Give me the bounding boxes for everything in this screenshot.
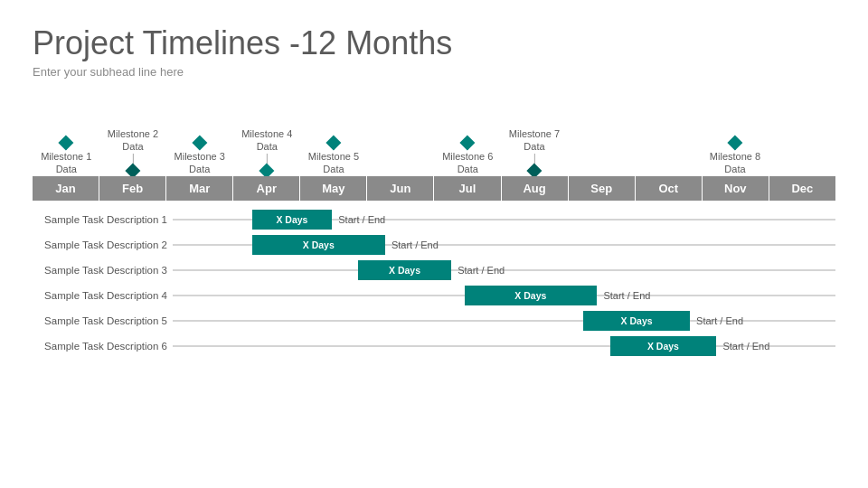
page-title: Project Timelines -12 Months [33, 25, 835, 61]
milestone-label-6: Milestone 6Data [442, 150, 493, 176]
month-cell-apr: Apr [233, 176, 300, 201]
milestone-8: Milestone 8Data [710, 137, 760, 176]
milestone-label-7: Milestone 7Data [509, 127, 560, 154]
task-track-6: X DaysStart / End [173, 336, 835, 356]
milestone-2: Milestone 2Data [108, 127, 158, 176]
milestone-label-8: Milestone 8Data [710, 150, 760, 176]
task-bar-2: X Days [252, 235, 385, 255]
task-bar-1: X Days [252, 210, 332, 230]
month-bar: JanFebMarAprMayJunJulAugSepOctNovDec [33, 176, 835, 201]
task-label-4: Sample Task Description 4 [33, 290, 173, 301]
milestone-label-3: Milestone 3Data [175, 150, 225, 176]
month-cell-dec: Dec [769, 176, 835, 201]
milestone-5: Milestone 5Data [308, 137, 359, 176]
task-track-1: X DaysStart / End [173, 210, 835, 230]
task-label-1: Sample Task Description 1 [33, 214, 173, 225]
task-bar-6: X Days [610, 336, 716, 356]
task-bar-5: X Days [583, 311, 689, 331]
task-label-2: Sample Task Description 2 [33, 239, 173, 250]
gantt-area: Sample Task Description 1X DaysStart / E… [33, 210, 835, 356]
milestone-label-1: Milestone 1Data [41, 150, 91, 176]
milestone-label-2: Milestone 2Data [108, 127, 158, 154]
milestone-area: Milestone 1Data Milestone 2Data Mileston… [33, 95, 835, 176]
month-cell-feb: Feb [99, 176, 166, 201]
task-end-label-1: Start / End [338, 214, 385, 225]
task-label-6: Sample Task Description 6 [33, 341, 173, 352]
milestone-7: Milestone 7Data [509, 127, 560, 176]
month-cell-jun: Jun [367, 176, 434, 201]
milestone-6: Milestone 6Data [442, 137, 493, 176]
task-end-label-2: Start / End [392, 239, 439, 250]
page-subhead: Enter your subhead line here [33, 65, 835, 79]
task-track-4: X DaysStart / End [173, 286, 835, 305]
gantt-row-1: Sample Task Description 1X DaysStart / E… [33, 210, 835, 230]
month-cell-oct: Oct [636, 176, 703, 201]
milestone-4: Milestone 4Data [241, 127, 292, 176]
gantt-row-4: Sample Task Description 4X DaysStart / E… [33, 286, 835, 305]
gantt-row-5: Sample Task Description 5X DaysStart / E… [33, 311, 835, 331]
task-bar-3: X Days [358, 260, 451, 280]
gantt-row-3: Sample Task Description 3X DaysStart / E… [33, 260, 835, 280]
milestone-label-4: Milestone 4Data [241, 127, 292, 154]
task-end-label-5: Start / End [696, 315, 743, 326]
gantt-row-2: Sample Task Description 2X DaysStart / E… [33, 235, 835, 255]
timeline-container: Milestone 1Data Milestone 2Data Mileston… [33, 95, 835, 356]
month-cell-jul: Jul [434, 176, 501, 201]
task-track-2: X DaysStart / End [173, 235, 835, 255]
milestone-label-5: Milestone 5Data [308, 150, 359, 176]
task-track-3: X DaysStart / End [173, 260, 835, 280]
month-cell-may: May [300, 176, 367, 201]
gantt-row-6: Sample Task Description 6X DaysStart / E… [33, 336, 835, 356]
month-cell-aug: Aug [502, 176, 569, 201]
milestone-1: Milestone 1Data [41, 137, 91, 176]
milestone-3: Milestone 3Data [175, 137, 225, 176]
month-cell-mar: Mar [166, 176, 233, 201]
task-end-label-6: Start / End [722, 341, 769, 352]
task-label-5: Sample Task Description 5 [33, 315, 173, 326]
task-end-label-3: Start / End [458, 265, 505, 276]
task-end-label-4: Start / End [603, 290, 650, 301]
task-track-5: X DaysStart / End [173, 311, 835, 331]
task-label-3: Sample Task Description 3 [33, 265, 173, 276]
task-bar-4: X Days [465, 286, 598, 305]
month-cell-jan: Jan [33, 176, 99, 201]
month-cell-sep: Sep [569, 176, 636, 201]
month-cell-nov: Nov [703, 176, 769, 201]
slide: Project Timelines -12 Months Enter your … [0, 0, 868, 488]
